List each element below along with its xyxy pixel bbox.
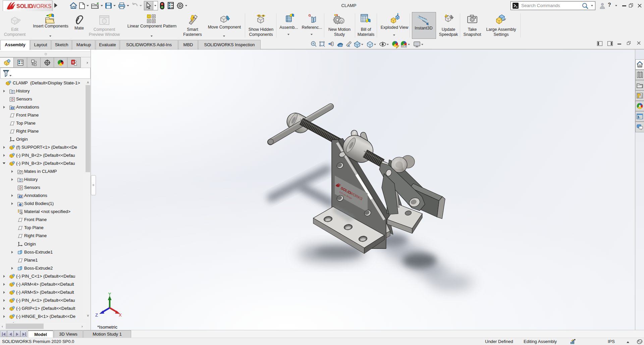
svg-text:X: X — [119, 313, 122, 318]
svg-text:A: A — [11, 107, 13, 109]
svg-text:S: S — [72, 61, 74, 64]
svg-text:A: A — [348, 44, 350, 48]
svg-text:!: ! — [447, 15, 448, 17]
svg-text:SOLID: SOLID — [16, 3, 33, 9]
svg-text:Z: Z — [95, 313, 98, 318]
svg-text:A: A — [19, 195, 21, 198]
svg-text:WORKS: WORKS — [31, 3, 51, 9]
